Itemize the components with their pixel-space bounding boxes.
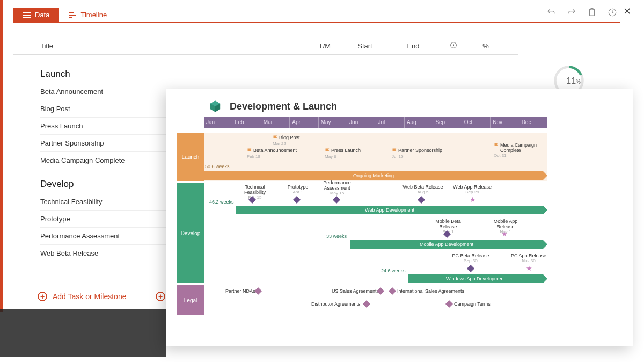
shadow bbox=[0, 309, 166, 357]
month-cell: Jul bbox=[376, 117, 404, 128]
toolbar-icons bbox=[546, 8, 617, 17]
diamond-icon[interactable] bbox=[445, 300, 453, 308]
lane-legal: Legal Partner NDAs US Sales Agreements I… bbox=[177, 285, 547, 315]
col-pct: % bbox=[470, 42, 502, 50]
milestone-label: International Sales Agreements bbox=[397, 288, 464, 294]
milestone-label: Partner NDAs bbox=[225, 288, 255, 294]
timeline-chart: Jan Feb Mar Apr May Jun Jul Aug Sep Oct … bbox=[177, 117, 623, 337]
task-bar[interactable]: Web App Development bbox=[236, 206, 543, 214]
month-cell: Mar bbox=[261, 117, 289, 128]
month-cell: Nov bbox=[490, 117, 518, 128]
col-start: Start bbox=[341, 42, 389, 50]
flag-icon[interactable]: Partner SponsorshipJul 15 bbox=[392, 148, 442, 159]
col-end: End bbox=[389, 42, 437, 50]
tab-timeline[interactable]: Timeline bbox=[59, 8, 116, 23]
diamond-icon[interactable] bbox=[333, 196, 340, 204]
month-cell: Apr bbox=[289, 117, 318, 128]
column-headers: Title T/M Start End % bbox=[13, 38, 518, 55]
star-icon[interactable]: ★ bbox=[526, 265, 532, 272]
lane-label-develop: Develop bbox=[177, 183, 204, 283]
list-icon bbox=[23, 12, 31, 18]
task-bar[interactable]: Ongoing Marketing bbox=[204, 171, 543, 180]
tab-data-label: Data bbox=[35, 11, 49, 19]
star-icon[interactable]: ★ bbox=[501, 230, 508, 237]
diamond-icon[interactable] bbox=[418, 196, 425, 204]
flag-icon[interactable]: Beta AnnouncementFeb 18 bbox=[247, 148, 297, 159]
logo-icon bbox=[208, 99, 222, 113]
milestone-label: Performance AssessmentMay 15 bbox=[321, 180, 353, 196]
col-title: Title bbox=[40, 42, 309, 50]
tabs-row: Data Timeline bbox=[13, 8, 620, 23]
col-duration bbox=[437, 41, 470, 51]
months-axis: Jan Feb Mar Apr May Jun Jul Aug Sep Oct … bbox=[204, 117, 547, 128]
lane-develop: Develop Technical FeasibilityFeb 15 Prot… bbox=[177, 183, 547, 283]
weeks-label: 33 weeks bbox=[326, 234, 347, 239]
timeline-card: Development & Launch Jan Feb Mar Apr May… bbox=[166, 89, 633, 346]
milestone-label: Technical FeasibilityFeb 15 bbox=[233, 184, 276, 200]
weeks-label: 50.6 weeks bbox=[205, 164, 230, 169]
flag-icon[interactable]: Press LaunchMay 6 bbox=[325, 148, 361, 159]
col-tm: T/M bbox=[309, 42, 341, 50]
lane-label-launch: Launch bbox=[177, 133, 204, 181]
undo-icon[interactable] bbox=[546, 8, 556, 17]
month-cell: Feb bbox=[232, 117, 260, 128]
milestone-label: PC Beta ReleaseSep 30 bbox=[452, 253, 489, 263]
flag-icon[interactable]: Blog PostMar 22 bbox=[273, 135, 300, 146]
add-task-label: Add Task or Milestone bbox=[53, 292, 126, 301]
plus-icon: + bbox=[156, 292, 165, 301]
add-task-button-2[interactable]: + bbox=[156, 292, 165, 301]
diamond-icon[interactable] bbox=[293, 196, 301, 204]
close-icon[interactable]: ✕ bbox=[623, 5, 631, 17]
diamond-icon[interactable] bbox=[467, 265, 474, 272]
month-cell: Oct bbox=[462, 117, 490, 128]
redo-icon[interactable] bbox=[567, 8, 576, 17]
diamond-icon[interactable] bbox=[389, 287, 396, 295]
tab-timeline-label: Timeline bbox=[80, 11, 107, 19]
milestone-label: Campaign Terms bbox=[454, 301, 491, 307]
card-title: Development & Launch bbox=[230, 101, 337, 112]
milestone-label: US Sales Agreements bbox=[332, 288, 379, 294]
month-cell: Jan bbox=[204, 117, 232, 128]
month-cell: Aug bbox=[404, 117, 433, 128]
star-icon[interactable]: ★ bbox=[470, 196, 476, 203]
milestone-label: Distributor Agreements bbox=[311, 301, 361, 307]
tab-data[interactable]: Data bbox=[13, 8, 59, 23]
diamond-icon[interactable] bbox=[363, 300, 370, 308]
month-cell: May bbox=[318, 117, 347, 128]
lane-label-legal: Legal bbox=[177, 285, 204, 315]
add-task-button[interactable]: + Add Task or Milestone bbox=[38, 292, 126, 301]
lane-launch: Launch Beta AnnouncementFeb 18 Blog Post… bbox=[177, 133, 547, 181]
milestone-label: Web App ReleaseSep 29 bbox=[451, 184, 494, 194]
weeks-label: 46.2 weeks bbox=[209, 199, 234, 205]
plus-icon: + bbox=[38, 292, 47, 301]
milestone-label: Web Beta ReleaseAug 5 bbox=[401, 184, 444, 194]
month-cell: Dec bbox=[519, 117, 547, 128]
gauge-value: 11% bbox=[566, 76, 581, 86]
task-bar[interactable]: Windows App Development bbox=[408, 274, 543, 283]
milestone-label: PC App ReleaseNov 30 bbox=[510, 253, 547, 263]
clipboard-icon[interactable] bbox=[587, 8, 597, 17]
flag-icon[interactable]: Media Campaign CompleteOct 31 bbox=[494, 142, 538, 158]
accent-strip bbox=[0, 0, 3, 312]
history-icon[interactable] bbox=[608, 8, 617, 17]
task-bar[interactable]: Mobile App Development bbox=[350, 240, 543, 249]
milestone-label: PrototypeApr 1 bbox=[284, 184, 311, 194]
weeks-label: 24.6 weeks bbox=[381, 268, 406, 273]
month-cell: Jun bbox=[347, 117, 375, 128]
month-cell: Sep bbox=[433, 117, 461, 128]
timeline-icon bbox=[69, 12, 76, 18]
group-launch[interactable]: Launch bbox=[40, 59, 518, 83]
diamond-icon[interactable] bbox=[254, 287, 262, 295]
